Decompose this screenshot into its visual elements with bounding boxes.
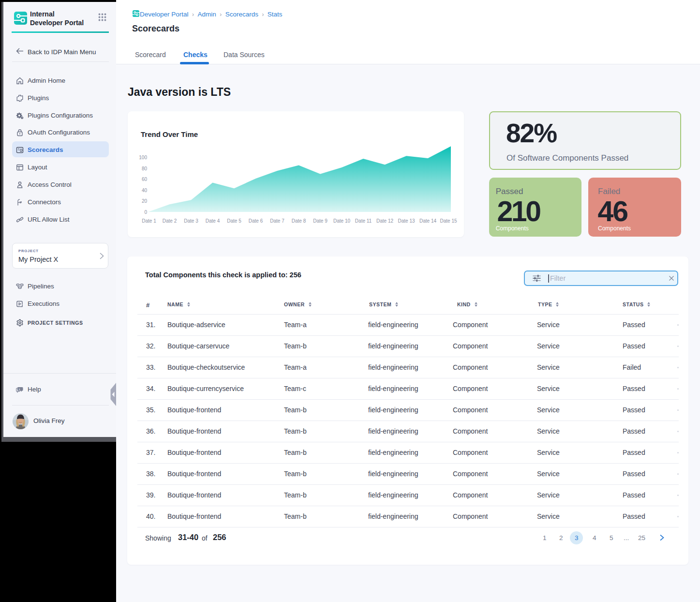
svg-text:Date 8: Date 8 — [292, 218, 306, 224]
svg-text:Date 15: Date 15 — [440, 218, 457, 224]
svg-text:80: 80 — [142, 166, 148, 171]
svg-text:0: 0 — [144, 210, 147, 215]
svg-text:Date 5: Date 5 — [227, 218, 241, 224]
svg-text:s: s — [19, 388, 20, 391]
svg-text:Date 13: Date 13 — [398, 218, 415, 224]
svg-text:Date 14: Date 14 — [419, 218, 436, 224]
svg-text:60: 60 — [142, 177, 148, 182]
svg-text:Date 9: Date 9 — [313, 218, 328, 224]
svg-text:Date 6: Date 6 — [249, 218, 263, 224]
svg-text:Date 3: Date 3 — [184, 218, 198, 224]
svg-text:Date 7: Date 7 — [270, 218, 284, 224]
svg-text:Date 2: Date 2 — [163, 218, 177, 224]
svg-text:Date 1: Date 1 — [142, 218, 156, 224]
svg-text:Date 11: Date 11 — [355, 218, 372, 224]
svg-text:100: 100 — [139, 155, 147, 160]
svg-text:Date 10: Date 10 — [333, 218, 350, 224]
svg-text:20: 20 — [142, 198, 148, 204]
svg-text:40: 40 — [142, 188, 148, 193]
svg-text:Date 12: Date 12 — [376, 218, 393, 224]
svg-text:Date 4: Date 4 — [206, 218, 220, 224]
